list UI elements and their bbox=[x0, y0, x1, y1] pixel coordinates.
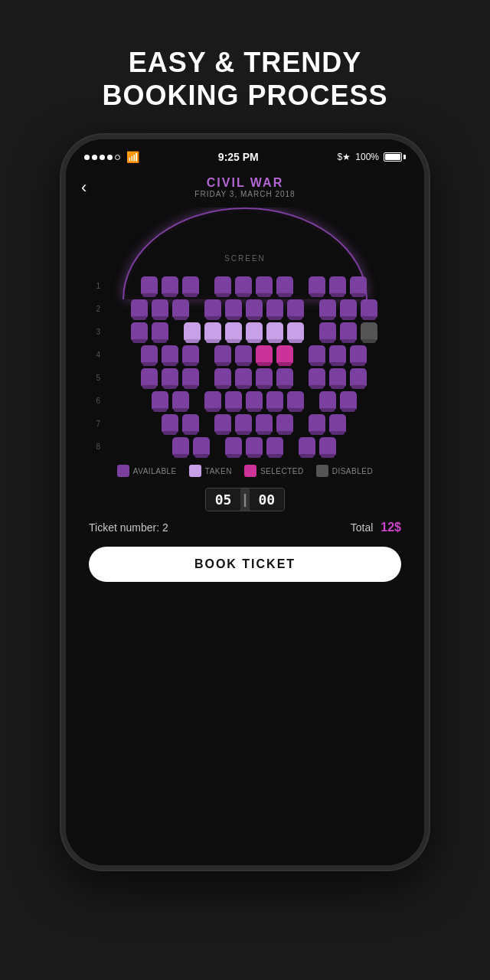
ticket-total: Total 12$ bbox=[351, 521, 401, 534]
seat[interactable] bbox=[350, 368, 367, 387]
seat bbox=[225, 322, 242, 341]
legend: AVAILABLE TAKEN SELECTED DISABLED bbox=[117, 456, 373, 483]
seat[interactable] bbox=[276, 414, 293, 433]
seat[interactable] bbox=[182, 345, 199, 364]
seat[interactable] bbox=[225, 391, 242, 410]
seat[interactable] bbox=[172, 299, 189, 318]
seat[interactable] bbox=[319, 391, 336, 410]
seats-section: 1 bbox=[66, 276, 424, 456]
battery-body bbox=[384, 152, 402, 162]
seat[interactable] bbox=[235, 368, 252, 387]
table-row: 2 bbox=[89, 299, 401, 318]
seat[interactable] bbox=[246, 299, 263, 318]
seat[interactable] bbox=[309, 276, 325, 295]
seat[interactable] bbox=[256, 276, 273, 295]
seat[interactable] bbox=[287, 391, 304, 410]
seat-gap bbox=[297, 276, 305, 295]
seat[interactable] bbox=[329, 345, 346, 364]
seat[interactable] bbox=[162, 414, 178, 433]
screen-container: SCREEN bbox=[115, 207, 375, 269]
seat[interactable] bbox=[329, 368, 346, 387]
seat[interactable] bbox=[182, 368, 199, 387]
seat bbox=[266, 322, 283, 341]
seat[interactable] bbox=[329, 276, 346, 295]
seat[interactable] bbox=[256, 414, 273, 433]
seat[interactable] bbox=[225, 437, 242, 456]
seat[interactable] bbox=[340, 391, 357, 410]
seat-selected[interactable] bbox=[256, 345, 273, 364]
seat[interactable] bbox=[329, 414, 346, 433]
signal-dot-3 bbox=[100, 155, 105, 160]
seat[interactable] bbox=[266, 391, 283, 410]
seat[interactable] bbox=[214, 276, 231, 295]
seat-selected[interactable] bbox=[276, 345, 293, 364]
battery-indicator bbox=[384, 152, 406, 162]
seat[interactable] bbox=[246, 437, 263, 456]
seat[interactable] bbox=[141, 276, 158, 295]
seat[interactable] bbox=[266, 437, 283, 456]
seat[interactable] bbox=[141, 345, 158, 364]
seat[interactable] bbox=[204, 391, 221, 410]
seat[interactable] bbox=[309, 414, 325, 433]
seat[interactable] bbox=[350, 345, 367, 364]
seat-gap bbox=[203, 368, 211, 387]
seat-gap bbox=[193, 391, 201, 410]
seat[interactable] bbox=[299, 437, 315, 456]
seat[interactable] bbox=[193, 437, 210, 456]
table-row: 3 bbox=[89, 322, 401, 341]
seat[interactable] bbox=[235, 345, 252, 364]
seat[interactable] bbox=[361, 299, 377, 318]
seat[interactable] bbox=[246, 391, 263, 410]
seat[interactable] bbox=[152, 322, 168, 341]
book-ticket-button[interactable]: BOOK TICKET bbox=[89, 547, 401, 582]
seat[interactable] bbox=[340, 322, 357, 341]
seat[interactable] bbox=[172, 437, 189, 456]
seat[interactable] bbox=[235, 276, 252, 295]
seat[interactable] bbox=[235, 414, 252, 433]
back-button[interactable]: ‹ bbox=[81, 178, 87, 198]
seat[interactable] bbox=[214, 345, 231, 364]
seat[interactable] bbox=[172, 391, 189, 410]
seat[interactable] bbox=[162, 368, 178, 387]
seat bbox=[246, 322, 263, 341]
row-label-5: 5 bbox=[89, 374, 100, 382]
seat[interactable] bbox=[319, 299, 336, 318]
legend-item-available: AVAILABLE bbox=[117, 465, 177, 477]
seat[interactable] bbox=[162, 345, 178, 364]
seat[interactable] bbox=[182, 276, 199, 295]
seat[interactable] bbox=[309, 345, 325, 364]
ticket-number-label: Ticket number: 2 bbox=[89, 521, 168, 534]
row-label-6: 6 bbox=[89, 397, 100, 405]
status-right: $★ 100% bbox=[338, 152, 406, 162]
seat[interactable] bbox=[276, 368, 293, 387]
ticket-info: Ticket number: 2 Total 12$ bbox=[66, 516, 424, 539]
seat-disabled bbox=[361, 322, 377, 341]
seat[interactable] bbox=[350, 276, 367, 295]
seat[interactable] bbox=[131, 299, 148, 318]
seat[interactable] bbox=[152, 391, 168, 410]
seat[interactable] bbox=[276, 276, 293, 295]
seats-row-8 bbox=[106, 437, 401, 456]
signal-dots bbox=[84, 155, 120, 160]
seat[interactable] bbox=[256, 368, 273, 387]
seat[interactable] bbox=[152, 299, 168, 318]
seat[interactable] bbox=[214, 414, 231, 433]
seat[interactable] bbox=[319, 322, 336, 341]
timer-section: 05 | 00 bbox=[205, 488, 285, 511]
seat[interactable] bbox=[141, 368, 158, 387]
seat[interactable] bbox=[287, 299, 304, 318]
battery-tip bbox=[403, 155, 406, 159]
seat[interactable] bbox=[266, 299, 283, 318]
seat[interactable] bbox=[309, 368, 325, 387]
seat[interactable] bbox=[319, 437, 336, 456]
seat[interactable] bbox=[182, 414, 199, 433]
seat[interactable] bbox=[340, 299, 357, 318]
seat[interactable] bbox=[204, 299, 221, 318]
seat[interactable] bbox=[131, 322, 148, 341]
timer-seconds: 00 bbox=[250, 488, 285, 511]
seat[interactable] bbox=[225, 299, 242, 318]
seat[interactable] bbox=[214, 368, 231, 387]
phone-frame: 📶 9:25 PM $★ 100% ‹ CIVIL WAR FRIDAY 3, … bbox=[61, 135, 429, 870]
seats-row-4 bbox=[106, 345, 401, 364]
seat[interactable] bbox=[162, 276, 178, 295]
